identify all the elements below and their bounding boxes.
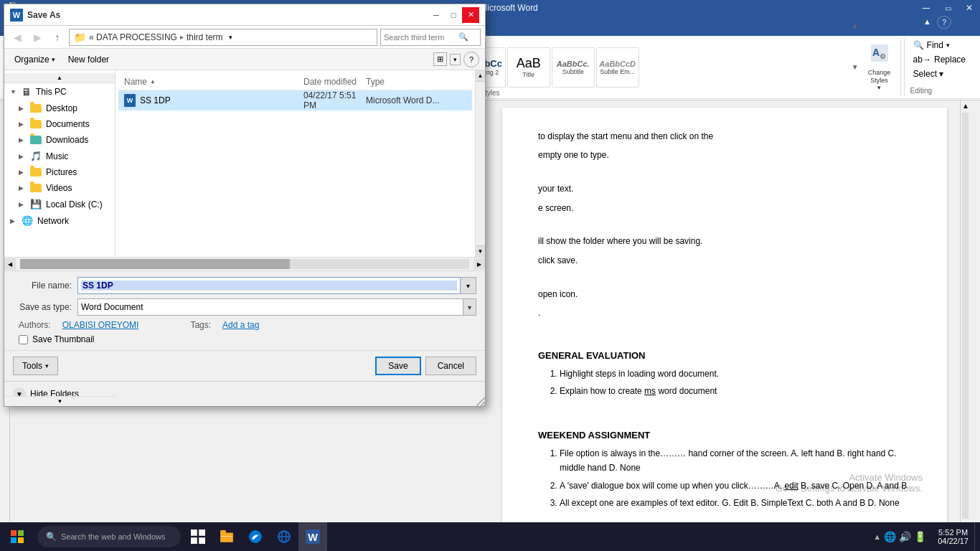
- sidebar-item-network[interactable]: ▶ 🌐 Network: [4, 212, 115, 229]
- word-restore-btn[interactable]: ▭: [937, 0, 958, 16]
- style-subtleemph-btn[interactable]: AaBbCcD Subtle Em...: [596, 47, 639, 88]
- ie-btn[interactable]: [270, 522, 298, 551]
- sidebar-item-desktop[interactable]: ▶ Desktop: [4, 100, 115, 116]
- disk-icon: 💾: [30, 199, 42, 209]
- tools-button[interactable]: Tools ▾: [13, 357, 58, 375]
- file-scroll-up[interactable]: ▲: [476, 70, 485, 82]
- dialog-resize-handle[interactable]: [476, 397, 485, 406]
- save-thumbnail-checkbox[interactable]: [19, 335, 28, 344]
- organize-btn[interactable]: Organize ▾: [10, 53, 60, 66]
- sidebar-scroll-up[interactable]: ▲: [4, 73, 115, 83]
- view-dropdown-btn[interactable]: ▾: [450, 54, 461, 65]
- word-close-btn[interactable]: ✕: [958, 0, 980, 16]
- tags-label: Tags:: [190, 320, 211, 330]
- change-styles-btn[interactable]: A ⚙ ChangeStyles ▾: [862, 47, 897, 88]
- hscroll-left-btn[interactable]: ◀: [4, 258, 16, 270]
- breadcrumb-bar[interactable]: 📁 « DATA PROCESSING ▸ third term ▾: [69, 29, 377, 46]
- change-styles-arrow: ▾: [877, 84, 881, 91]
- network-icon[interactable]: 🌐: [884, 531, 896, 542]
- file-list-header: Name ▲ Date modified Type: [118, 73, 472, 90]
- dialog-organize-bar: Organize ▾ New folder ⊞ ▾ ?: [4, 49, 485, 70]
- show-desktop-btn[interactable]: [974, 522, 980, 551]
- col-header-name[interactable]: Name ▲: [124, 77, 303, 87]
- authors-label: Authors:: [19, 320, 51, 330]
- svg-rect-3: [11, 530, 17, 536]
- hscroll-track-inner: [20, 259, 469, 269]
- word-page: to display the start menu and then click…: [502, 108, 947, 531]
- general-eval-item-1: Highlight steps in loading word document…: [560, 367, 911, 381]
- view-toggle-btn[interactable]: ⊞: [433, 52, 447, 66]
- save-thumbnail-row: Save Thumbnail: [13, 334, 476, 344]
- search-box[interactable]: 🔍: [380, 29, 481, 46]
- show-hidden-icons[interactable]: ▲: [873, 532, 881, 541]
- sidebar-item-downloads[interactable]: ▶ Downloads: [4, 132, 115, 148]
- ribbon-collapse-btn[interactable]: ▲: [919, 16, 936, 29]
- volume-icon[interactable]: 🔊: [899, 531, 911, 542]
- sidebar-item-videos[interactable]: ▶ Videos: [4, 180, 115, 196]
- sidebar-item-music[interactable]: ▶ 🎵 Music: [4, 148, 115, 164]
- up-btn[interactable]: ↑: [49, 29, 66, 46]
- systray-area[interactable]: ▲ 🌐 🔊 🔋: [867, 522, 932, 551]
- tags-add[interactable]: Add a tag: [222, 320, 259, 330]
- dialog-maximize-btn[interactable]: □: [445, 7, 462, 23]
- file-name-dropdown-arrow[interactable]: ▾: [461, 277, 476, 294]
- sidebar-label-downloads: Downloads: [46, 135, 88, 145]
- help-dialog-btn[interactable]: ?: [463, 52, 479, 67]
- dialog-window-controls: ─ □ ✕: [428, 7, 479, 23]
- search-input[interactable]: [384, 33, 456, 42]
- select-dropdown[interactable]: Select ▾: [910, 67, 969, 80]
- col-header-date[interactable]: Date modified: [303, 77, 366, 87]
- start-button[interactable]: [0, 522, 34, 551]
- weekend-list: File option is always in the……… hand cor…: [538, 446, 911, 511]
- styles-scroll-down[interactable]: ▼: [850, 47, 860, 88]
- style-subtitle-btn[interactable]: AaBbCc. Subtitle: [552, 47, 595, 88]
- forward-btn[interactable]: ▶: [29, 29, 46, 46]
- sidebar-item-localdisk[interactable]: ▶ 💾 Local Disk (C:): [4, 196, 115, 212]
- dialog-close-btn[interactable]: ✕: [462, 7, 479, 23]
- file-scroll-down[interactable]: ▼: [476, 245, 485, 257]
- new-folder-btn[interactable]: New folder: [64, 53, 113, 66]
- sidebar-item-thispc[interactable]: ▼ 🖥 This PC: [4, 83, 115, 100]
- taskbar-search-icon: 🔍: [46, 532, 57, 542]
- sidebar-item-documents[interactable]: ▶ Documents: [4, 116, 115, 132]
- scroll-up-btn[interactable]: ▲: [961, 100, 970, 111]
- file-area-scrollbar[interactable]: ▲ ▼: [475, 70, 485, 257]
- file-name-input[interactable]: [81, 281, 457, 291]
- taskbar-search[interactable]: 🔍 Search the web and Windows: [37, 526, 181, 547]
- save-type-select[interactable]: Word Document ▾: [77, 298, 476, 316]
- file-explorer-btn[interactable]: [212, 522, 241, 551]
- save-button[interactable]: Save: [375, 357, 420, 375]
- breadcrumb-part2: third term: [187, 32, 223, 42]
- weekend-item-2: A 'save' dialogue box will come up when …: [560, 479, 911, 493]
- scroll-thumb[interactable]: [962, 113, 969, 519]
- hscroll-track[interactable]: [20, 259, 469, 269]
- vids-expand: ▶: [19, 184, 26, 192]
- back-btn[interactable]: ◀: [9, 29, 26, 46]
- dialog-minimize-btn[interactable]: ─: [428, 7, 445, 23]
- sidebar-item-pictures[interactable]: ▶ Pictures: [4, 164, 115, 180]
- find-btn[interactable]: 🔍 Find ▾: [910, 39, 969, 52]
- cancel-button[interactable]: Cancel: [425, 357, 476, 375]
- general-eval-list: Highlight steps in loading word document…: [538, 367, 911, 399]
- battery-icon[interactable]: 🔋: [914, 531, 926, 542]
- dialog-title-bar: W Save As ─ □ ✕: [4, 4, 485, 26]
- dl-expand: ▶: [19, 136, 26, 143]
- word-right-scrollbar[interactable]: ▲ ▼: [960, 100, 970, 531]
- word-taskbar-btn[interactable]: W: [298, 522, 327, 551]
- clock-time: 5:52 PM: [938, 528, 968, 537]
- task-view-btn[interactable]: [184, 522, 212, 551]
- svg-text:⚙: ⚙: [880, 52, 886, 60]
- hscroll-right-btn[interactable]: ▶: [473, 258, 485, 270]
- word-line-7: open icon.: [538, 287, 911, 301]
- authors-value[interactable]: OLABISI OREYOMI: [62, 320, 139, 330]
- taskbar-clock[interactable]: 5:52 PM 04/22/17: [932, 522, 974, 551]
- help-btn[interactable]: ?: [937, 16, 951, 29]
- style-title-btn[interactable]: AaB Title: [507, 47, 550, 88]
- replace-btn[interactable]: ab→ Replace: [910, 53, 969, 66]
- col-header-type[interactable]: Type: [366, 77, 466, 87]
- docs-expand: ▶: [19, 121, 26, 128]
- edge-btn[interactable]: [241, 522, 270, 551]
- word-minimize-btn[interactable]: ─: [915, 0, 937, 16]
- file-row-ss1dp[interactable]: W SS 1DP 04/22/17 5:51 PM Microsoft Word…: [118, 90, 472, 110]
- breadcrumb-dropdown-arrow[interactable]: ▾: [229, 34, 232, 41]
